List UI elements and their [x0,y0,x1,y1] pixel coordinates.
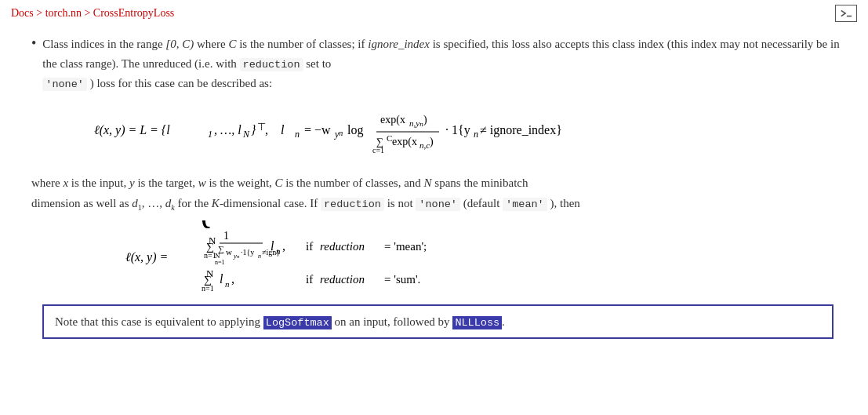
description-text-1: where x is the input, y is the target, w… [31,173,844,214]
reduction-code-2: reduction [321,198,384,211]
formula-1-block: ℓ(x, y) = L = {l 1 , …, l N } ⊤ , l n = … [94,104,844,162]
svg-text:= −w: = −w [304,123,331,137]
terminal-icon [840,8,852,19]
none-code-2: 'none' [416,198,460,211]
svg-text:log: log [347,123,363,137]
svg-text:): ) [423,114,427,126]
terminal-icon-button[interactable] [835,5,857,22]
svg-text:if: if [306,240,313,253]
svg-text:l: l [220,272,223,286]
svg-text:,: , [231,272,234,286]
svg-text:n,yn: n,yn [409,118,423,128]
svg-text:if: if [306,273,313,286]
svg-text:· 1{y: · 1{y [445,123,470,137]
svg-text:n=1: n=1 [202,284,214,293]
svg-text:n: n [276,246,281,256]
svg-text:= 'mean';: = 'mean'; [384,240,427,253]
formula-1-svg: ℓ(x, y) = L = {l 1 , …, l N } ⊤ , l n = … [94,104,706,159]
note-box: Note that this case is equivalent to app… [42,304,833,340]
svg-text:}: } [251,123,256,137]
none-code-1: 'none' [42,78,87,91]
svg-text:≠ ignore_index}: ≠ ignore_index} [480,123,562,137]
bullet-text: Class indices in the range [0, C) where … [42,35,844,93]
piecewise-formula-block: ℓ(x, y) = { N ∑ n=1 1 ∑ N n=1 w yn ·1{y … [125,220,844,295]
svg-text:yn: yn [233,252,240,260]
svg-text:n: n [258,253,261,260]
top-bar: Docs > torch.nn > CrossEntropyLoss [0,0,868,27]
mean-code-1: 'mean' [503,198,547,211]
svg-text:yn: yn [334,129,343,140]
logsoftmax-highlight: LogSoftmax [263,316,332,329]
breadcrumb-sep1: > [34,7,45,19]
svg-text:w: w [226,247,232,257]
breadcrumb-torchnn[interactable]: torch.nn [45,7,82,19]
svg-text:n,c: n,c [419,140,430,150]
note-text-1: Note that this case is equivalent to app… [55,315,263,328]
bullet-text-4: ) loss for this case can be described as… [87,77,272,89]
svg-text:exp(x: exp(x [392,136,417,148]
svg-text:1: 1 [223,230,229,242]
breadcrumb-docs[interactable]: Docs [11,7,34,19]
breadcrumb-sep2: > [82,7,93,19]
breadcrumb-crossentropy[interactable]: CrossEntropyLoss [93,7,174,19]
svg-text:reduction: reduction [320,273,365,286]
bullet-section: • Class indices in the range [0, C) wher… [31,35,844,93]
svg-text:reduction: reduction [320,240,365,253]
note-text-3: . [502,315,505,328]
svg-text:c=1: c=1 [372,146,384,155]
range-notation: [0, C) [165,38,194,50]
svg-text:1: 1 [208,129,212,140]
svg-text:n=1: n=1 [215,259,225,266]
piecewise-formula-svg: ℓ(x, y) = { N ∑ n=1 1 ∑ N n=1 w yn ·1{y … [125,220,627,295]
reduction-code-1: reduction [240,58,303,71]
svg-text:= 'sum'.: = 'sum'. [384,273,420,286]
svg-text:l: l [281,123,285,137]
svg-text:{: { [194,220,213,235]
bullet-marker: • [31,35,36,52]
note-text-2: on an input, followed by [332,315,453,328]
svg-text:exp(x: exp(x [380,114,405,126]
svg-text:, …, l: , …, l [214,123,242,137]
svg-text:,: , [265,123,268,137]
svg-text:·1{y: ·1{y [241,248,254,257]
bullet-text-1: Class indices in the range [42,38,165,50]
svg-text:n: n [225,279,230,289]
svg-text:n: n [474,129,478,140]
breadcrumb: Docs > torch.nn > CrossEntropyLoss [11,7,174,20]
svg-text:l: l [271,239,274,253]
bullet-text-3: set to [303,57,332,70]
svg-text:ℓ(x, y) =: ℓ(x, y) = [125,250,168,264]
nllloss-highlight: NLLLoss [452,316,502,329]
main-content: • Class indices in the range [0, C) wher… [0,27,868,347]
svg-text:ℓ(x, y) = L = {l: ℓ(x, y) = L = {l [94,123,170,137]
svg-text:N: N [242,129,250,140]
svg-text:,: , [282,239,285,253]
svg-text:): ) [430,136,434,148]
svg-text:n: n [295,129,300,140]
